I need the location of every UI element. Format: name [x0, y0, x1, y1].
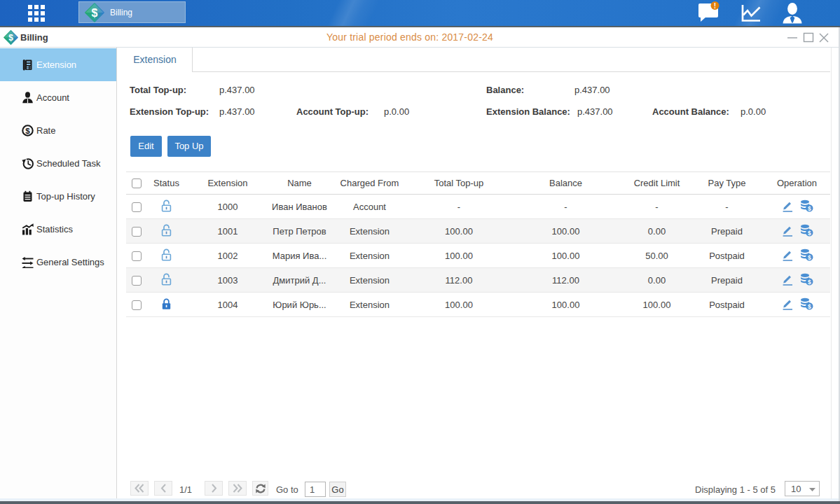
svg-text:$: $	[807, 253, 811, 260]
svg-text:!: !	[714, 1, 716, 9]
svg-text:$: $	[807, 278, 811, 285]
svg-text:$: $	[807, 204, 811, 211]
svg-text:$: $	[807, 229, 811, 236]
svg-text:$: $	[807, 302, 811, 309]
svg-text:$: $	[92, 6, 98, 18]
svg-text:$: $	[25, 127, 30, 135]
